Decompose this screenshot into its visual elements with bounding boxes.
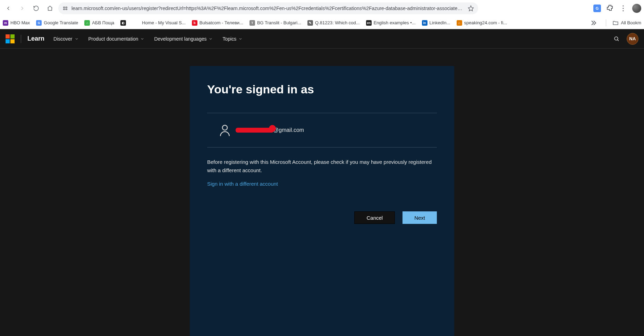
- bookmark-item[interactable]: ⌂АБВ Поща: [84, 20, 114, 26]
- star-icon[interactable]: [468, 5, 474, 11]
- bookmark-item[interactable]: mHBO Max: [3, 20, 30, 26]
- bookmark-item[interactable]: ⌂speaking24.com - fi...: [457, 20, 507, 26]
- home-button[interactable]: [44, 3, 56, 14]
- chevron-down-icon: [75, 37, 79, 41]
- address-bar[interactable]: learn.microsoft.com/en-us/users/register…: [58, 2, 478, 14]
- bookmark-item[interactable]: TBG Translit - Bulgari...: [249, 20, 301, 26]
- bookmarks-bar: mHBO Max GGoogle Translate ⌂АБВ Поща ◐ H…: [0, 17, 644, 29]
- translate-icon[interactable]: G: [593, 5, 601, 12]
- svg-point-6: [622, 10, 624, 11]
- bookmark-item[interactable]: ✎Q.81223: Which cod...: [307, 20, 360, 26]
- user-avatar[interactable]: NA: [627, 33, 638, 45]
- nav-development-languages[interactable]: Development languages: [154, 36, 213, 42]
- card-title: You're signed in as: [207, 83, 437, 96]
- svg-rect-2: [63, 9, 65, 10]
- bookmark-item[interactable]: bBulsatcom - Телеви...: [192, 20, 243, 26]
- info-text: Before registering with this Microsoft A…: [207, 158, 437, 175]
- account-email: @gmail.com: [236, 127, 304, 133]
- browser-toolbar: learn.microsoft.com/en-us/users/register…: [0, 0, 644, 17]
- nav-topics[interactable]: Topics: [222, 36, 243, 42]
- svg-point-7: [615, 37, 618, 40]
- redacted-text: [236, 128, 274, 133]
- nav-discover[interactable]: Discover: [53, 36, 78, 42]
- chevron-down-icon: [140, 37, 144, 41]
- divider: [21, 35, 21, 43]
- site-settings-icon: [62, 6, 68, 11]
- svg-point-5: [622, 8, 624, 9]
- bookmark-item[interactable]: ◐: [120, 20, 128, 26]
- bookmark-item[interactable]: GGoogle Translate: [36, 20, 78, 26]
- svg-rect-0: [63, 7, 65, 8]
- svg-rect-3: [66, 9, 67, 10]
- bookmark-item[interactable]: enEnglish examples •...: [366, 20, 416, 26]
- forward-button[interactable]: [17, 3, 28, 14]
- url-text: learn.microsoft.com/en-us/users/register…: [71, 6, 464, 11]
- microsoft-logo-icon[interactable]: [6, 34, 15, 43]
- next-button[interactable]: Next: [402, 211, 437, 224]
- sign-in-different-link[interactable]: Sign in with a different account: [207, 181, 278, 187]
- extensions-icon[interactable]: [606, 4, 614, 12]
- register-card: You're signed in as @gmail.com Before re…: [190, 66, 454, 336]
- svg-point-4: [622, 5, 624, 6]
- chrome-menu-icon[interactable]: [619, 4, 627, 12]
- folder-icon: [612, 20, 619, 26]
- bookmark-item[interactable]: inLinkedIn...: [422, 20, 450, 26]
- user-icon: [219, 124, 231, 137]
- back-button[interactable]: [3, 3, 14, 14]
- chevron-down-icon: [238, 37, 243, 41]
- chevron-down-icon: [209, 37, 213, 41]
- divider: [207, 147, 437, 148]
- account-row: @gmail.com: [207, 113, 437, 147]
- bookmark-item[interactable]: Home - My Visual S...: [134, 20, 185, 26]
- bookmarks-overflow-icon[interactable]: [589, 19, 598, 27]
- svg-rect-1: [66, 7, 67, 8]
- cancel-button[interactable]: Cancel: [354, 211, 395, 224]
- search-icon[interactable]: [613, 36, 620, 42]
- site-brand[interactable]: Learn: [27, 35, 44, 42]
- all-bookmarks-button[interactable]: All Bookm: [612, 20, 641, 26]
- svg-point-8: [222, 125, 227, 130]
- nav-product-documentation[interactable]: Product documentation: [88, 36, 145, 42]
- chrome-profile-avatar[interactable]: [632, 4, 641, 13]
- divider: [606, 19, 606, 26]
- site-header: Learn Discover Product documentation Dev…: [0, 29, 644, 49]
- reload-button[interactable]: [31, 3, 42, 14]
